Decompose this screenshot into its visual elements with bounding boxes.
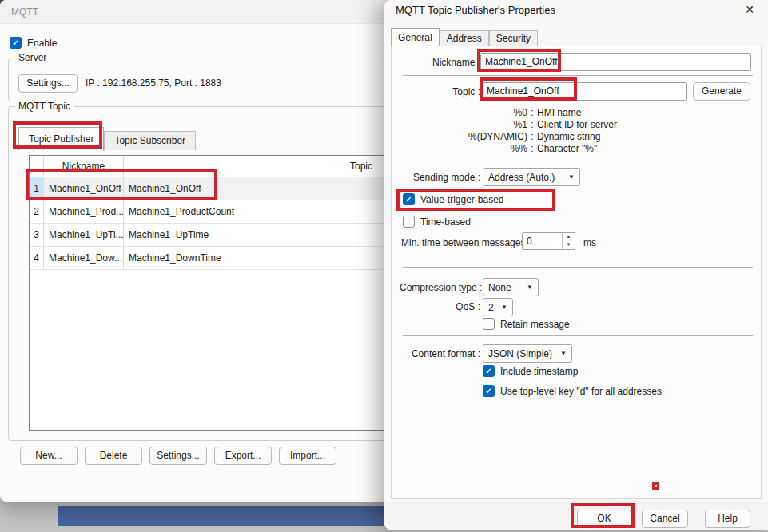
spinner-down-icon[interactable]: ▼ bbox=[563, 241, 575, 249]
min-time-label: Min. time between messages : bbox=[401, 237, 531, 248]
check-icon: ✓ bbox=[12, 39, 18, 47]
annotation-marker bbox=[652, 482, 659, 490]
tab-general[interactable]: General bbox=[391, 28, 440, 46]
check-icon: ✓ bbox=[485, 367, 491, 375]
include-timestamp-row: ✓ Include timestamp bbox=[483, 365, 578, 377]
import-button[interactable]: Import... bbox=[279, 447, 336, 465]
retain-message-checkbox[interactable] bbox=[483, 318, 495, 330]
mqtt-topic-group-label: MQTT Topic bbox=[15, 101, 74, 112]
mqtt-window: MQTT ✓ Enable Server Settings... IP : 19… bbox=[0, 0, 393, 502]
tab-topic-publisher[interactable]: Topic Publisher bbox=[18, 127, 104, 150]
tab-address[interactable]: Address bbox=[440, 30, 489, 46]
table-row[interactable]: 4 Machine1_Dow... Machine1_DownTime bbox=[30, 247, 384, 270]
content-format-label: Content format : bbox=[400, 348, 480, 359]
content-format-dropdown[interactable]: JSON (Simple) ▼ bbox=[483, 344, 572, 363]
include-timestamp-label: Include timestamp bbox=[500, 366, 578, 377]
publisher-properties-dialog: MQTT Topic Publisher's Properties ✕ Gene… bbox=[384, 0, 768, 530]
nickname-label: Nickname : bbox=[400, 57, 480, 68]
sending-mode-label: Sending mode : bbox=[400, 172, 480, 183]
value-trigger-checkbox[interactable]: ✓ bbox=[403, 193, 415, 205]
dialog-tabs: General Address Security bbox=[391, 28, 538, 46]
retain-message-label: Retain message bbox=[500, 319, 570, 330]
separator bbox=[403, 335, 753, 336]
table-row[interactable]: 1 Machine1_OnOff Machine1_OnOff bbox=[30, 177, 384, 200]
general-tab-page: Nickname : Machine1_OnOff Topic : Machin… bbox=[391, 46, 762, 499]
table-action-buttons: New... Delete Settings... Export... Impo… bbox=[20, 447, 336, 465]
min-time-spinner[interactable]: 0 ▲ ▼ bbox=[522, 232, 575, 250]
table-header-row: Nickname Topic bbox=[30, 156, 384, 177]
spinner-up-icon[interactable]: ▲ bbox=[563, 233, 575, 241]
delete-button[interactable]: Delete bbox=[85, 447, 142, 465]
separator bbox=[403, 75, 753, 76]
topic-input[interactable]: Machine1_OnOff bbox=[482, 82, 687, 101]
check-icon: ✓ bbox=[405, 196, 412, 204]
separator bbox=[403, 267, 753, 268]
enable-checkbox[interactable]: ✓ bbox=[10, 37, 22, 49]
server-info-text: IP : 192.168.255.75, Port : 1883 bbox=[86, 77, 221, 89]
close-icon[interactable]: ✕ bbox=[742, 2, 758, 18]
top-level-key-checkbox[interactable]: ✓ bbox=[483, 385, 495, 397]
chevron-down-icon: ▼ bbox=[501, 304, 507, 311]
time-based-checkbox[interactable] bbox=[403, 216, 415, 228]
help-button[interactable]: Help bbox=[705, 510, 750, 528]
check-icon: ✓ bbox=[485, 387, 491, 395]
top-level-key-label: Use top-level key "d" for all addresses bbox=[500, 386, 662, 397]
separator bbox=[403, 157, 753, 157]
sending-mode-dropdown[interactable]: Address (Auto.) ▼ bbox=[483, 168, 580, 186]
server-settings-button[interactable]: Settings... bbox=[18, 74, 78, 93]
export-button[interactable]: Export... bbox=[214, 447, 272, 465]
compression-label: Compression type : bbox=[400, 282, 480, 293]
value-trigger-label: Value-trigger-based bbox=[420, 194, 504, 205]
server-group-label: Server bbox=[15, 52, 50, 63]
placeholder-help: %0 : HMI name %1 : Client ID for server … bbox=[424, 107, 617, 155]
table-row[interactable]: 2 Machine1_Prod... Machine1_ProductCount bbox=[30, 200, 384, 224]
min-time-unit: ms bbox=[583, 237, 596, 248]
chevron-down-icon: ▼ bbox=[560, 350, 567, 357]
chevron-down-icon: ▼ bbox=[527, 284, 533, 291]
column-header-topic[interactable]: Topic bbox=[124, 156, 384, 177]
ok-button[interactable]: OK bbox=[577, 510, 631, 528]
dialog-title: MQTT Topic Publisher's Properties bbox=[396, 4, 555, 16]
chevron-down-icon: ▼ bbox=[568, 173, 575, 181]
mqtt-window-title: MQTT bbox=[11, 6, 38, 18]
topic-tabs: Topic Publisher Topic Subscriber bbox=[18, 127, 196, 150]
column-header-nickname[interactable]: Nickname bbox=[44, 156, 124, 177]
tab-security[interactable]: Security bbox=[489, 30, 538, 46]
top-level-key-row: ✓ Use top-level key "d" for all addresse… bbox=[483, 385, 662, 397]
settings-button[interactable]: Settings... bbox=[149, 447, 207, 465]
table-row[interactable]: 3 Machine1_UpTi... Machine1_UpTime bbox=[30, 224, 384, 247]
mqtt-topic-group: MQTT Topic Topic Publisher Topic Subscri… bbox=[8, 106, 385, 441]
qos-dropdown[interactable]: 2 ▼ bbox=[483, 298, 513, 316]
enable-row: ✓ Enable bbox=[10, 37, 57, 49]
generate-button[interactable]: Generate bbox=[693, 82, 750, 101]
topic-table: Nickname Topic 1 Machine1_OnOff Machine1… bbox=[29, 155, 384, 431]
time-based-label: Time-based bbox=[420, 216, 471, 228]
compression-dropdown[interactable]: None ▼ bbox=[483, 278, 539, 296]
tab-topic-subscriber[interactable]: Topic Subscriber bbox=[104, 131, 196, 150]
include-timestamp-checkbox[interactable]: ✓ bbox=[483, 365, 495, 377]
topic-label: Topic : bbox=[400, 86, 480, 97]
cancel-button[interactable]: Cancel bbox=[642, 510, 688, 528]
time-based-row: Time-based bbox=[403, 216, 471, 228]
nickname-input[interactable]: Machine1_OnOff bbox=[480, 53, 751, 71]
value-trigger-row: ✓ Value-trigger-based bbox=[403, 193, 504, 205]
retain-message-row: Retain message bbox=[483, 318, 570, 330]
background-window-titlebar bbox=[58, 506, 384, 526]
new-button[interactable]: New... bbox=[20, 447, 78, 465]
qos-label: QoS : bbox=[400, 301, 480, 312]
dialog-footer: OK Cancel Help bbox=[384, 502, 768, 530]
server-group: Server Settings... IP : 192.168.255.75, … bbox=[8, 58, 385, 101]
mqtt-window-titlebar[interactable]: MQTT bbox=[0, 0, 393, 24]
enable-label: Enable bbox=[27, 38, 57, 49]
dialog-titlebar[interactable]: MQTT Topic Publisher's Properties ✕ bbox=[384, 0, 768, 24]
